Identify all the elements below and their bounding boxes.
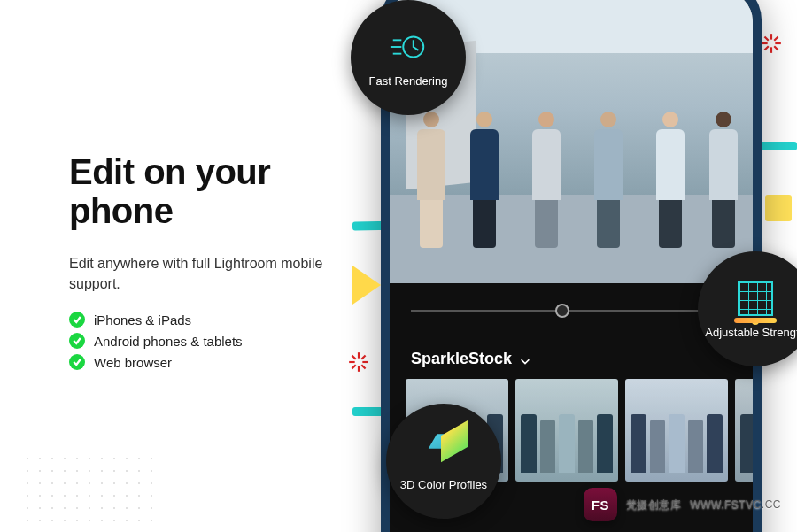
check-icon: [69, 354, 85, 370]
check-icon: [69, 312, 85, 328]
feature-item: iPhones & iPads: [69, 312, 352, 328]
preset-thumbnail[interactable]: [515, 379, 618, 482]
badge-label: Adjustable Strength: [705, 326, 797, 340]
feature-label: iPhones & iPads: [94, 312, 191, 328]
square-decoration: [765, 195, 792, 221]
badge-label: Fast Rendering: [369, 74, 448, 89]
starburst-decoration: [760, 32, 783, 55]
badge-fast-rendering: Fast Rendering: [351, 0, 466, 115]
strength-grid-icon: [735, 278, 776, 319]
headline: Edit on your phone: [69, 152, 352, 230]
svg-line-7: [764, 46, 768, 50]
watermark-brand-text: 梵摄创意库: [626, 497, 682, 513]
svg-line-13: [361, 365, 365, 368]
preset-group-label: SparkleStock: [411, 350, 512, 368]
preset-group-selector[interactable]: SparkleStock: [411, 350, 531, 368]
check-icon: [69, 333, 85, 349]
feature-label: Android phones & tablets: [94, 334, 243, 349]
watermark: FS 梵摄创意库 WWW.FSTVC.CC: [584, 488, 781, 521]
svg-line-5: [774, 46, 778, 50]
svg-line-4: [764, 36, 768, 40]
chevron-down-icon: [519, 353, 531, 366]
preset-thumbnail[interactable]: [735, 379, 753, 482]
svg-line-15: [352, 365, 355, 368]
dot-grid-decoration: [21, 452, 163, 523]
badge-label: 3D Color Profiles: [400, 478, 487, 492]
preset-thumbnail[interactable]: [625, 379, 728, 482]
feature-item: Android phones & tablets: [69, 333, 352, 349]
triangle-decoration: [352, 266, 381, 305]
svg-line-12: [352, 355, 355, 359]
svg-line-6: [774, 36, 778, 40]
watermark-url: WWW.FSTVC.CC: [690, 498, 781, 511]
subheadline: Edit anywhere with full Lightroom mobile…: [69, 253, 352, 294]
badge-3d-color-profiles: 3D Color Profiles: [386, 404, 501, 519]
strength-slider[interactable]: [411, 303, 731, 319]
watermark-badge-text: FS: [592, 498, 609, 512]
slider-thumb-icon[interactable]: [555, 304, 569, 318]
feature-list: iPhones & iPads Android phones & tablets…: [69, 312, 352, 370]
watermark-badge: FS: [584, 488, 617, 521]
svg-line-14: [361, 355, 365, 359]
speed-icon: [388, 27, 429, 67]
color-cube-icon: [423, 430, 464, 471]
feature-label: Web browser: [94, 355, 172, 370]
feature-item: Web browser: [69, 354, 352, 370]
